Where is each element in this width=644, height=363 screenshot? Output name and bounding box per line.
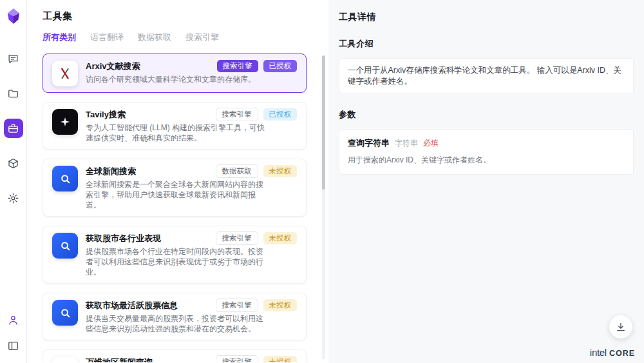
- rail-bottom: [4, 310, 23, 355]
- tool-card-list: Arxiv文献搜索 搜索引擎 已授权 访问各个研究领域大量科学论文和文章的存储库…: [43, 54, 328, 362]
- auth-badge: 未授权: [263, 356, 298, 362]
- tool-title: 全球新闻搜索: [86, 166, 136, 177]
- chat-icon[interactable]: [4, 49, 23, 68]
- tool-badges: 搜索引擎 未授权: [216, 299, 298, 312]
- download-icon: [615, 321, 627, 333]
- tavily-star-icon: [52, 109, 78, 135]
- param-name: 查询字符串: [348, 137, 390, 149]
- auth-badge: 已授权: [263, 60, 298, 72]
- tool-badges: 搜索引擎 未授权: [216, 355, 298, 362]
- tool-title: 万维地区新闻查询: [86, 357, 153, 363]
- tab-all-categories[interactable]: 所有类别: [43, 32, 76, 43]
- app-window: 工具集 所有类别 语言翻译 数据获取 搜索引擎 Arxiv文献搜索: [0, 0, 644, 363]
- app-logo[interactable]: [6, 8, 21, 27]
- tool-detail-panel: 工具详情 工具介绍 一个用于从Arxiv存储库搜索科学论文和文章的工具。 输入可…: [328, 0, 644, 363]
- tool-card[interactable]: 获取市场最活跃股票信息 搜索引擎 未授权 提供当天交易量最高的股票列表，投资者可…: [43, 293, 307, 340]
- category-badge: 搜索引擎: [216, 231, 258, 245]
- intro-section-label: 工具介绍: [339, 38, 634, 50]
- tool-title: Tavily搜索: [86, 109, 126, 121]
- news-search-icon: [52, 166, 78, 191]
- tool-badges: 搜索引擎 未授权: [216, 231, 298, 245]
- param-header: 查询字符串 字符串 必填: [348, 137, 625, 149]
- tool-description: 提供当天交易量最高的股票列表，投资者可以利用这些信息来识别流动性强的股票和潜在的…: [86, 313, 265, 334]
- tab-data-fetch[interactable]: 数据获取: [138, 32, 171, 43]
- user-icon[interactable]: [4, 310, 23, 329]
- scrollbar-track[interactable]: [322, 55, 325, 359]
- package-icon[interactable]: [4, 153, 23, 173]
- param-description: 用于搜索的Arxiv ID、关键字或作者姓名。: [348, 155, 625, 166]
- page-title: 工具集: [43, 10, 328, 23]
- tool-body: 全球新闻搜索 数据获取 未授权 全球新闻搜索是一个聚合全球各大新闻网站内容的搜索…: [86, 164, 297, 210]
- param-required-badge: 必填: [423, 138, 439, 149]
- tool-card[interactable]: 获取股市各行业表现 搜索引擎 未授权 提供股票市场各个行业在特定时间段内的表现。…: [43, 226, 307, 284]
- category-badge: 搜索引擎: [217, 60, 258, 72]
- tool-card[interactable]: Tavily搜索 搜索引擎 已授权 专为人工智能代理 (LLM) 构建的搜索引擎…: [43, 102, 307, 150]
- tool-badges: 搜索引擎 已授权: [217, 60, 298, 72]
- auth-badge: 已授权: [263, 108, 298, 121]
- news-search-icon: [52, 233, 78, 259]
- download-button[interactable]: [609, 315, 632, 338]
- tool-card[interactable]: Arxiv文献搜索 搜索引擎 已授权 访问各个研究领域大量科学论文和文章的存储库…: [43, 54, 307, 93]
- tab-search-engine[interactable]: 搜索引擎: [185, 32, 219, 43]
- tool-body: 获取市场最活跃股票信息 搜索引擎 未授权 提供当天交易量最高的股票列表，投资者可…: [86, 299, 297, 334]
- tool-intro-card: 一个用于从Arxiv存储库搜索科学论文和文章的工具。 输入可以是Arxiv ID…: [339, 58, 634, 94]
- category-badge: 数据获取: [216, 164, 258, 178]
- tool-description: 访问各个研究领域大量科学论文和文章的存储库。: [86, 74, 265, 84]
- tool-card[interactable]: 万维地区新闻查询 搜索引擎 未授权 查询具体行政区划内的新闻，快速了解各地新闻动: [43, 349, 307, 362]
- tab-translation[interactable]: 语言翻译: [90, 32, 124, 43]
- arxiv-icon: [52, 61, 78, 86]
- auth-badge: 未授权: [263, 299, 298, 311]
- tool-description: 专为人工智能代理 (LLM) 构建的搜索引擎工具，可快速提供实时、准确和真实的结…: [86, 123, 265, 143]
- param-card: 查询字符串 字符串 必填 用于搜索的Arxiv ID、关键字或作者姓名。: [339, 129, 634, 175]
- tool-body: Tavily搜索 搜索引擎 已授权 专为人工智能代理 (LLM) 构建的搜索引擎…: [86, 108, 297, 143]
- tool-body: Arxiv文献搜索 搜索引擎 已授权 访问各个研究领域大量科学论文和文章的存储库…: [86, 59, 297, 86]
- tool-card[interactable]: 全球新闻搜索 数据获取 未授权 全球新闻搜索是一个聚合全球各大新闻网站内容的搜索…: [43, 159, 307, 217]
- tool-list-panel: 工具集 所有类别 语言翻译 数据获取 搜索引擎 Arxiv文献搜索: [27, 0, 328, 363]
- document-icon: [52, 357, 78, 362]
- param-type: 字符串: [395, 138, 418, 149]
- auth-badge: 未授权: [263, 165, 298, 177]
- detail-title: 工具详情: [339, 12, 634, 23]
- category-tabs: 所有类别 语言翻译 数据获取 搜索引擎: [43, 32, 328, 43]
- category-badge: 搜索引擎: [216, 108, 258, 121]
- tool-body: 获取股市各行业表现 搜索引擎 未授权 提供股票市场各个行业在特定时间段内的表现。…: [86, 231, 297, 277]
- scrollbar-thumb[interactable]: [322, 55, 325, 190]
- tool-description: 提供股票市场各个行业在特定时间段内的表现。投资者可以利用这些信息来识别表现优于或…: [86, 246, 265, 277]
- auth-badge: 未授权: [263, 232, 298, 244]
- panel-left-icon[interactable]: [4, 336, 23, 355]
- briefcase-icon[interactable]: [4, 119, 23, 138]
- tool-title: 获取股市各行业表现: [86, 233, 161, 244]
- folder-icon[interactable]: [4, 84, 23, 103]
- rail-nav: [4, 49, 23, 208]
- tool-badges: 数据获取 未授权: [216, 164, 298, 178]
- tool-description: 全球新闻搜索是一个聚合全球各大新闻网站内容的搜索引擎，帮助用户快速获取全球最新资…: [86, 179, 265, 210]
- settings-icon[interactable]: [4, 188, 23, 208]
- news-search-icon: [52, 300, 78, 326]
- app-logo-icon: [6, 8, 21, 25]
- category-badge: 搜索引擎: [216, 299, 258, 312]
- tool-badges: 搜索引擎 已授权: [216, 108, 298, 121]
- category-badge: 搜索引擎: [216, 355, 258, 362]
- tool-body: 万维地区新闻查询 搜索引擎 未授权 查询具体行政区划内的新闻，快速了解各地新闻动: [86, 355, 297, 362]
- tool-title: 获取市场最活跃股票信息: [86, 300, 178, 311]
- intel-brand-text: intel: [590, 347, 607, 358]
- tool-title: Arxiv文献搜索: [86, 61, 140, 72]
- intel-core-logo: intel CORE: [590, 347, 635, 358]
- left-rail: [0, 0, 27, 363]
- core-brand-text: CORE: [609, 349, 635, 358]
- params-section-label: 参数: [339, 109, 634, 121]
